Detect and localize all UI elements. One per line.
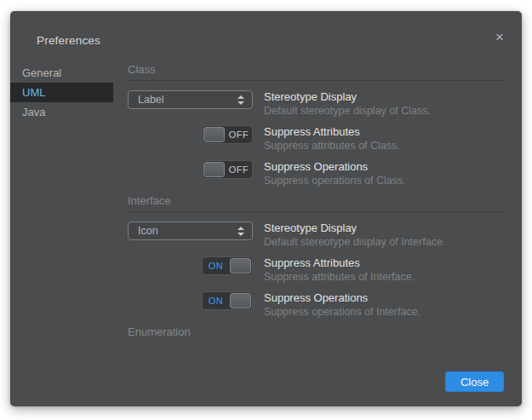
toggle-state-label: ON bbox=[203, 261, 229, 271]
close-button[interactable]: Close bbox=[445, 371, 504, 392]
toggle-knob bbox=[203, 162, 225, 177]
toggle-knob bbox=[230, 293, 251, 308]
setting-description: Default stereotype display of Class. bbox=[264, 105, 431, 117]
select-updown-icon bbox=[235, 227, 252, 236]
setting-description: Suppress operations of Class. bbox=[264, 175, 406, 187]
dialog-body: General UML Java Class Label bbox=[10, 63, 506, 406]
setting-label: Suppress Operations bbox=[264, 291, 420, 304]
toggle-knob bbox=[230, 258, 251, 273]
setting-label: Suppress Attributes bbox=[264, 125, 400, 138]
setting-description: Suppress attributes of Interface. bbox=[264, 271, 415, 283]
suppress-operations-toggle[interactable]: ON bbox=[202, 291, 253, 310]
setting-label: Suppress Attributes bbox=[264, 256, 415, 269]
sidebar-item-label: Java bbox=[22, 106, 45, 118]
suppress-operations-toggle[interactable]: OFF bbox=[202, 160, 253, 179]
section-interface: Interface Icon Stereotype Display Def bbox=[128, 195, 506, 318]
section-title: Class bbox=[128, 64, 506, 76]
select-updown-icon bbox=[235, 95, 252, 105]
section-divider bbox=[128, 80, 506, 81]
setting-label: Suppress Operations bbox=[264, 160, 406, 173]
setting-label: Stereotype Display bbox=[264, 222, 445, 234]
sidebar-item-uml[interactable]: UML bbox=[10, 83, 113, 102]
select-value: Icon bbox=[129, 225, 235, 237]
section-divider bbox=[128, 211, 506, 212]
sidebar-item-general[interactable]: General bbox=[10, 63, 113, 83]
close-icon[interactable]: × bbox=[492, 30, 507, 45]
suppress-attributes-toggle[interactable]: OFF bbox=[202, 125, 253, 144]
setting-description: Suppress attributes of Class. bbox=[264, 140, 400, 152]
stereotype-display-select[interactable]: Icon bbox=[128, 222, 253, 240]
setting-row-suppress-attributes-class: OFF Suppress Attributes Suppress attribu… bbox=[128, 125, 506, 152]
sidebar: General UML Java bbox=[10, 63, 128, 122]
section-enumeration: Enumeration bbox=[128, 326, 506, 338]
stereotype-display-select[interactable]: Label bbox=[128, 90, 253, 109]
section-title: Enumeration bbox=[128, 326, 506, 338]
setting-row-suppress-operations-interface: ON Suppress Operations Suppress operatio… bbox=[128, 291, 506, 318]
setting-description: Default stereotype display of Interface. bbox=[264, 236, 445, 248]
suppress-attributes-toggle[interactable]: ON bbox=[202, 256, 253, 275]
preferences-dialog: Preferences × General UML Java Class bbox=[10, 11, 522, 406]
toggle-state-label: OFF bbox=[226, 164, 252, 175]
sidebar-item-label: General bbox=[22, 66, 61, 79]
sidebar-item-java[interactable]: Java bbox=[10, 102, 113, 122]
settings-panel: Class Label Stereotype Display Defaul bbox=[128, 63, 506, 342]
toggle-knob bbox=[203, 127, 225, 142]
setting-row-stereotype-display-interface: Icon Stereotype Display Default stereoty… bbox=[128, 222, 506, 248]
toggle-state-label: OFF bbox=[226, 129, 252, 140]
section-title: Interface bbox=[128, 195, 506, 207]
setting-label: Stereotype Display bbox=[264, 90, 431, 103]
sidebar-item-label: UML bbox=[22, 86, 45, 99]
dialog-title: Preferences bbox=[37, 34, 100, 47]
setting-description: Suppress operations of Interface. bbox=[264, 306, 420, 318]
section-class: Class Label Stereotype Display Defaul bbox=[128, 64, 506, 187]
setting-row-stereotype-display-class: Label Stereotype Display Default stereot… bbox=[128, 90, 506, 117]
select-value: Label bbox=[129, 94, 235, 106]
setting-row-suppress-attributes-interface: ON Suppress Attributes Suppress attribut… bbox=[128, 256, 506, 283]
setting-row-suppress-operations-class: OFF Suppress Operations Suppress operati… bbox=[128, 160, 506, 187]
toggle-state-label: ON bbox=[203, 296, 229, 306]
